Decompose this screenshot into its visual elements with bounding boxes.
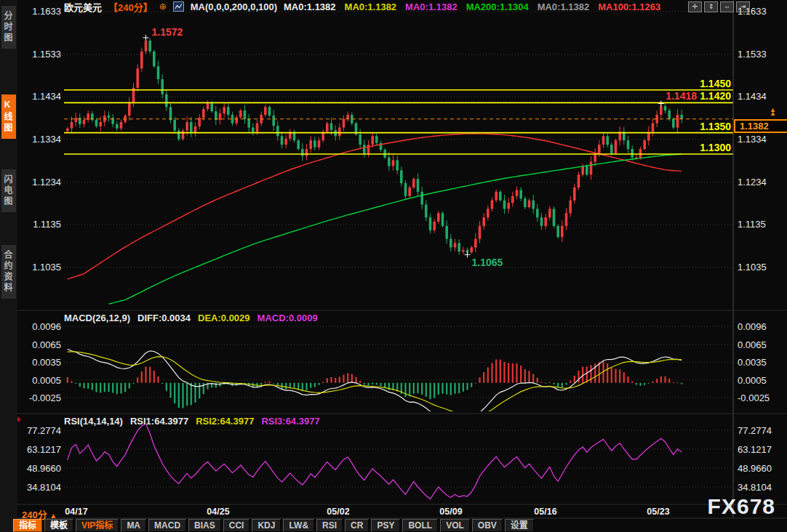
macd-axis-label-left: 0.0035 [17, 357, 61, 368]
period-label: 【240分】 [108, 0, 153, 14]
sidebar-item-2[interactable]: K线图 [1, 94, 16, 139]
toolbar-button-BOLL[interactable]: BOLL [402, 519, 438, 532]
rsi-line [68, 424, 682, 499]
sidebar-item-4[interactable]: 合约资料 [1, 245, 16, 299]
toolbar-button-CR[interactable]: CR [345, 519, 369, 532]
rsi-axis-label-right: 77.2774 [738, 425, 786, 436]
macd-diff-value: DIFF:0.0034 [137, 313, 191, 323]
rsi-axis-label-left: 63.1217 [17, 444, 61, 455]
date-label-05/09: 05/09 [439, 507, 462, 517]
rsi-axis-label-right: 63.1217 [738, 444, 786, 455]
add-overlay-icon[interactable]: ⊕ [159, 1, 167, 12]
toolbar-button-模板[interactable]: 模板 [44, 519, 73, 532]
macd-macd-value: MACD:0.0009 [257, 313, 318, 323]
rsi3-value: RSI3:64.3977 [261, 416, 319, 427]
rsi-header: RSI(14,14,14) RSI1:64.3977 RSI2:64.3977 … [64, 416, 320, 427]
macd-diff-line [68, 349, 682, 419]
recent-high-marker [658, 101, 664, 107]
price-axis-label-left: 1.1533 [17, 49, 61, 60]
rsi2-value: RSI2:64.3977 [196, 416, 254, 427]
macd-axis-label-right: -0.0025 [738, 392, 786, 403]
macd-dea-line [68, 352, 682, 416]
ma-value-2: MA0:1.1382 [345, 1, 397, 12]
price-axis-label-right: 1.1434 [738, 91, 786, 102]
macd-axis-label-right: 0.0005 [738, 375, 786, 386]
level-label-1.1300: 1.1300 [700, 142, 731, 153]
macd-axis-label-right: 0.0035 [738, 357, 786, 368]
current-price-box: 1.1382 [734, 119, 787, 133]
ma-value-1: MA0:1.1382 [284, 1, 336, 12]
chart-type-icon [173, 1, 184, 12]
candlestick-series [66, 38, 683, 255]
toolbar-button-VIP指标[interactable]: VIP指标 [76, 519, 119, 532]
price-axis-label-right: 1.1533 [738, 49, 786, 60]
recent-high-price-label: 1.1418 [666, 90, 697, 102]
ma-values: MA0:1.1382MA0:1.1382MA0:1.1382MA200:1.13… [284, 1, 660, 12]
rsi-title: RSI(14,14,14) [64, 416, 123, 427]
ma-value-6: MA100:1.1263 [598, 1, 660, 12]
toolbar-button-CCI[interactable]: CCI [223, 519, 250, 532]
price-axis-label-left: 1.1135 [17, 219, 61, 230]
sidebar-item-1[interactable]: 分时图 [1, 6, 16, 49]
price-axis-label-left: 1.1434 [17, 91, 61, 102]
date-label-04/17: 04/17 [65, 507, 87, 517]
macd-title: MACD(26,12,9) [64, 313, 130, 323]
ma-value-3: MA0:1.1382 [405, 1, 458, 12]
chart-canvas[interactable] [0, 0, 787, 532]
rsi1-value: RSI1:64.3977 [130, 416, 188, 427]
toolbar-button-MA[interactable]: MA [121, 519, 146, 532]
price-axis-label-right: 1.1334 [738, 134, 786, 145]
toolbar-button-设置[interactable]: 设置 [505, 519, 534, 532]
ma-line-MA200 [109, 154, 682, 304]
price-axis-label-left: 1.1234 [17, 177, 61, 188]
date-label-05/23: 05/23 [647, 507, 669, 517]
toolbar-button-VOL[interactable]: VOL [440, 519, 470, 532]
macd-header: MACD(26,12,9) DIFF:0.0034 DEA:0.0029 MAC… [64, 313, 318, 323]
toolbar-button-MACD[interactable]: MACD [148, 519, 186, 532]
rsi-axis-label-left: 77.2774 [17, 425, 61, 436]
macd-axis-label-left: 0.0005 [17, 375, 61, 386]
rsi-axis-label-right: 34.8104 [738, 482, 786, 493]
level-label-1.1420: 1.1420 [700, 90, 731, 102]
toolbar-button-RSI[interactable]: RSI [316, 519, 343, 532]
price-axis-label-left: 1.1035 [17, 262, 61, 273]
app-window: 分时图K线图闪电图合约资料 欧元美元 【240分】 ⊕ MA(0,0,0,200… [0, 0, 787, 532]
date-label-05/02: 05/02 [327, 507, 349, 517]
watermark: FX678 [708, 494, 775, 519]
toolbar-button-LW&[interactable]: LW& [283, 519, 314, 532]
swing-high-marker [143, 35, 149, 41]
macd-axis-label-left: -0.0025 [17, 392, 61, 403]
swing-low-price-label: 1.1065 [472, 257, 503, 268]
indicator-toolbar: 指标模板VIP指标MAMACDBIASCCIKDJLW&RSICRPSYBOLL… [13, 519, 536, 532]
toolbar-button-PSY[interactable]: PSY [371, 519, 400, 532]
toolbar-button-BIAS[interactable]: BIAS [188, 519, 221, 532]
date-label-04/25: 04/25 [207, 507, 229, 517]
symbol-name: 欧元美元 [64, 0, 102, 14]
ma-line-MA100 [68, 134, 682, 279]
scale-y-axis-icon[interactable]: ⇕ [704, 1, 718, 12]
swing-high-price-label: 1.1572 [152, 26, 183, 38]
macd-axis-label-right: 0.0096 [738, 321, 786, 332]
price-axis-label-right: 1.1135 [738, 219, 786, 230]
level-label-1.1350: 1.1350 [700, 121, 731, 132]
sidebar-item-3[interactable]: 闪电图 [1, 169, 16, 212]
price-axis-label-left: 1.1633 [17, 6, 61, 17]
rsi-axis-label-left: 34.8104 [17, 482, 61, 493]
ma-value-4: MA200:1.1304 [466, 1, 529, 12]
toolbar-button-OBV[interactable]: OBV [472, 519, 503, 532]
level-label-1.1450: 1.1450 [700, 78, 731, 89]
toolbar-button-KDJ[interactable]: KDJ [252, 519, 281, 532]
swing-low-marker [465, 251, 471, 257]
rsi-axis-label-left: 48.9660 [17, 463, 61, 474]
ma-formula: MA(0,0,0,200,0,100) [191, 1, 277, 12]
macd-axis-label-right: 0.0065 [738, 339, 786, 350]
date-label-05/16: 05/16 [534, 507, 556, 517]
rsi-axis-label-right: 48.9660 [738, 463, 786, 474]
price-axis-label-right: 1.1633 [738, 6, 786, 17]
crosshair-icon[interactable]: ✛ [688, 1, 702, 12]
price-axis-label-left: 1.1334 [17, 134, 61, 145]
scale-x-axis-icon[interactable]: ⇔ [720, 1, 734, 12]
toolbar-button-指标[interactable]: 指标 [13, 519, 42, 532]
chart-header: 欧元美元 【240分】 ⊕ MA(0,0,0,200,0,100) MA0:1.… [64, 1, 660, 12]
macd-axis-label-left: 0.0065 [17, 339, 61, 350]
